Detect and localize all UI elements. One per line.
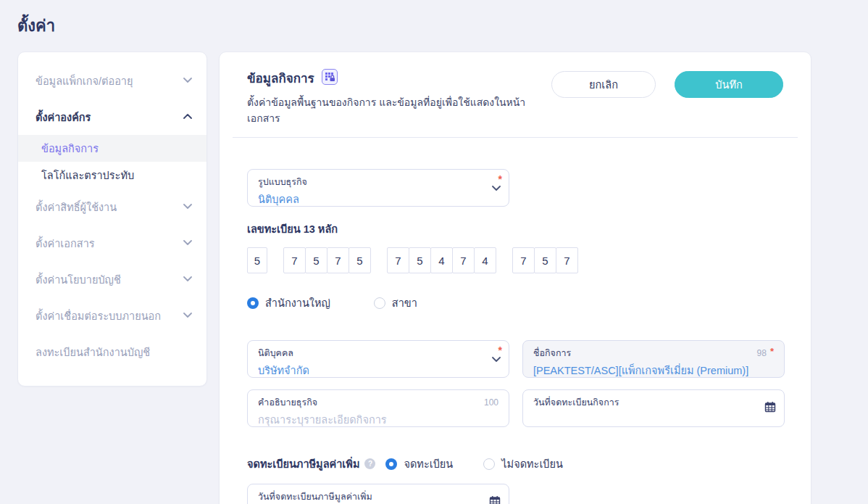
field-label: รูปแบบธุรกิจ [258, 175, 307, 189]
required-asterisk: * [770, 346, 774, 357]
char-counter: 98 [757, 348, 767, 358]
sidebar-item-external-connect[interactable]: ตั้งค่าเชื่อมต่อระบบภายนอก [18, 297, 206, 334]
sidebar-item-label: ตั้งค่าสิทธิ์ผู้ใช้งาน [36, 199, 117, 215]
sidebar-item-accounting-policy[interactable]: ตั้งค่านโยบายบัญชี [18, 261, 206, 297]
save-button[interactable]: บันทึก [675, 71, 783, 98]
vat-registration-row: จดทะเบียนภาษีมูลค่าเพิ่ม ? จดทะเบียน ไม่… [247, 455, 783, 472]
sidebar-item-label: ลงทะเบียนสำนักงานบัญชี [36, 344, 150, 360]
sidebar-item-label: ข้อมูลแพ็กเกจ/ต่ออายุ [36, 73, 133, 89]
vat-label: จดทะเบียนภาษีมูลค่าเพิ่ม [247, 455, 359, 472]
field-label: วันที่จดทะเบียนกิจการ [533, 395, 619, 410]
registration-number-boxes: 5 7 5 7 5 7 5 4 7 4 [247, 247, 783, 273]
card-title: ข้อมูลกิจการ [247, 68, 314, 88]
radio-unselected-icon [374, 297, 385, 309]
digit-input[interactable]: 7 [556, 247, 578, 273]
radio-selected-icon [385, 458, 397, 470]
sidebar-item-label: ตั้งค่านโยบายบัญชี [36, 271, 121, 288]
digit-input[interactable]: 5 [349, 247, 371, 273]
card-subtitle: ตั้งค่าข้อมูลพื้นฐานของกิจการ และข้อมูลท… [247, 94, 551, 126]
business-description-placeholder: กรุณาระบุรายละเอียดกิจการ [258, 411, 498, 428]
business-info-card: ข้อมูลกิจการ [219, 51, 811, 504]
digit-input[interactable]: 7 [327, 247, 349, 273]
digit-input[interactable]: 4 [430, 247, 453, 273]
char-counter: 100 [484, 397, 498, 408]
digit-input[interactable]: 7 [512, 247, 535, 273]
sidebar-item-business-info[interactable]: ข้อมูลกิจการ [18, 135, 206, 162]
registration-date-field[interactable]: วันที่จดทะเบียนกิจการ [522, 389, 785, 427]
sidebar-item-accounting-firm[interactable]: ลงทะเบียนสำนักงานบัญชี [18, 334, 206, 370]
chevron-down-icon [183, 78, 192, 83]
radio-branch[interactable]: สาขา [374, 294, 417, 311]
chevron-down-icon [492, 352, 501, 365]
chevron-down-icon [183, 240, 192, 246]
business-type-select[interactable]: รูปแบบธุรกิจ นิติบุคคล * [247, 169, 509, 207]
digit-input[interactable]: 4 [474, 247, 496, 273]
sidebar-item-label: ตั้งค่าองค์กร [36, 109, 91, 125]
settings-page: ตั้งค่า ข้อมูลแพ็กเกจ/ต่ออายุ ตั้งค่าองค… [0, 0, 868, 504]
field-label: วันที่จดทะเบียนภาษีมูลค่าเพิ่ม [258, 489, 372, 504]
cancel-button[interactable]: ยกเลิก [551, 71, 656, 98]
registration-number-label: เลขทะเบียน 13 หลัก [247, 220, 783, 237]
digit-input[interactable]: 7 [387, 247, 409, 273]
page-title: ตั้งค่า [0, 0, 868, 38]
legal-entity-select[interactable]: นิติบุคคล บริษัทจำกัด * [247, 340, 509, 378]
digit-input[interactable]: 5 [247, 247, 267, 273]
sidebar-item-user-permissions[interactable]: ตั้งค่าสิทธิ์ผู้ใช้งาน [18, 189, 206, 225]
business-type-value: นิติบุคคล [258, 191, 487, 207]
chevron-down-icon [183, 276, 192, 282]
business-name-value: [PEAKTEST/ASC][แพ็กเกจพรีเมี่ยม (Premium… [533, 362, 774, 379]
radio-vat-not-registered[interactable]: ไม่จดทะเบียน [483, 455, 563, 472]
chevron-down-icon [492, 181, 501, 194]
chevron-up-icon [183, 114, 192, 120]
sidebar-item-organization[interactable]: ตั้งค่าองค์กร [18, 99, 206, 135]
sidebar-item-label: ตั้งค่าเอกสาร [36, 235, 95, 252]
sidebar-item-label: ตั้งค่าเชื่อมต่อระบบภายนอก [36, 307, 161, 324]
calendar-icon[interactable] [489, 495, 501, 504]
calendar-icon[interactable] [764, 401, 776, 416]
digit-input[interactable]: 5 [305, 247, 327, 273]
digit-input[interactable]: 5 [534, 247, 556, 273]
sidebar-item-package[interactable]: ข้อมูลแพ็กเกจ/ต่ออายุ [18, 62, 206, 99]
settings-sidebar: ข้อมูลแพ็กเกจ/ต่ออายุ ตั้งค่าองค์กร ข้อม… [17, 51, 207, 387]
field-label: นิติบุคคล [258, 346, 293, 360]
radio-vat-registered[interactable]: จดทะเบียน [385, 455, 453, 472]
sidebar-item-logo-stamp[interactable]: โลโก้และตราประทับ [18, 162, 206, 189]
digit-input[interactable]: 7 [452, 247, 475, 273]
chevron-down-icon [183, 313, 192, 318]
radio-selected-icon [247, 297, 259, 309]
radio-head-office[interactable]: สำนักงานใหญ่ [247, 294, 330, 311]
business-info-form: รูปแบบธุรกิจ นิติบุคคล * เลขทะเบียน 13 ห… [247, 138, 783, 504]
help-icon[interactable]: ? [364, 458, 375, 469]
field-label: ชื่อกิจการ [533, 346, 571, 360]
business-name-field[interactable]: ชื่อกิจการ 98 * [PEAKTEST/ASC][แพ็กเกจพร… [522, 340, 785, 378]
sidebar-item-label: โลโก้และตราประทับ [41, 167, 134, 183]
chevron-down-icon [183, 204, 192, 210]
sidebar-item-label: ข้อมูลกิจการ [41, 140, 99, 157]
digit-input[interactable]: 5 [409, 247, 431, 273]
legal-entity-value: บริษัทจำกัด [258, 362, 487, 379]
radio-unselected-icon [483, 458, 495, 470]
field-label: คำอธิบายธุรกิจ [258, 395, 317, 410]
vat-date-field[interactable]: วันที่จดทะเบียนภาษีมูลค่าเพิ่ม 01/10/202… [247, 484, 509, 504]
org-data-lock-icon [322, 69, 338, 88]
office-type-radio-group: สำนักงานใหญ่ สาขา [247, 294, 783, 311]
business-description-field[interactable]: คำอธิบายธุรกิจ 100 กรุณาระบุรายละเอียดกิ… [247, 389, 509, 427]
sidebar-item-documents[interactable]: ตั้งค่าเอกสาร [18, 225, 206, 261]
digit-input[interactable]: 7 [283, 247, 306, 273]
card-header: ข้อมูลกิจการ [247, 68, 783, 126]
